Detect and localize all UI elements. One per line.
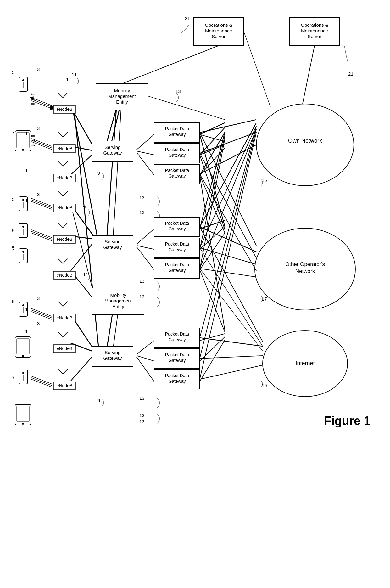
svg-text:Maintenance: Maintenance bbox=[205, 28, 232, 33]
svg-text:19: 19 bbox=[262, 383, 267, 388]
svg-text:Packet Data: Packet Data bbox=[165, 262, 189, 267]
svg-text:1: 1 bbox=[25, 307, 28, 312]
svg-text:13: 13 bbox=[139, 195, 145, 200]
svg-text:3: 3 bbox=[37, 66, 40, 72]
svg-text:eNodeB: eNodeB bbox=[57, 175, 73, 180]
svg-text:13: 13 bbox=[176, 88, 181, 94]
svg-text:Gateway: Gateway bbox=[103, 245, 122, 250]
svg-text:7: 7 bbox=[12, 375, 14, 380]
svg-text:eNodeB: eNodeB bbox=[57, 346, 73, 351]
svg-text:Packet Data: Packet Data bbox=[165, 126, 189, 131]
svg-text:eNodeB: eNodeB bbox=[57, 237, 73, 242]
svg-point-105 bbox=[256, 104, 354, 186]
svg-text:Gateway: Gateway bbox=[168, 247, 186, 252]
svg-text:Packet Data: Packet Data bbox=[165, 373, 189, 378]
svg-text:9: 9 bbox=[98, 398, 100, 403]
svg-text:Gateway: Gateway bbox=[168, 358, 186, 363]
svg-text:eNodeB: eNodeB bbox=[57, 205, 73, 210]
svg-text:7: 7 bbox=[12, 129, 14, 135]
svg-text:Packet Data: Packet Data bbox=[165, 147, 189, 152]
svg-rect-230 bbox=[17, 406, 29, 422]
svg-text:Entity: Entity bbox=[116, 99, 128, 105]
svg-text:13: 13 bbox=[139, 278, 145, 284]
svg-point-225 bbox=[22, 149, 24, 151]
svg-text:eNodeB: eNodeB bbox=[57, 315, 73, 320]
network-diagram-svg: Operations & Maintenance Server Operatio… bbox=[0, 0, 390, 588]
svg-text:3: 3 bbox=[37, 296, 40, 301]
svg-text:Packet Data: Packet Data bbox=[165, 352, 189, 357]
figure-label: Figure 1 bbox=[324, 414, 370, 427]
svg-text:Packet Data: Packet Data bbox=[165, 221, 189, 226]
svg-point-209 bbox=[22, 199, 24, 201]
svg-text:5: 5 bbox=[12, 196, 14, 202]
svg-point-231 bbox=[22, 423, 24, 425]
svg-text:Server: Server bbox=[308, 34, 321, 39]
svg-text:13: 13 bbox=[139, 294, 145, 299]
svg-text:Other Operator's: Other Operator's bbox=[285, 261, 325, 267]
svg-text:Operations &: Operations & bbox=[205, 22, 232, 28]
svg-text:eNodeB: eNodeB bbox=[57, 383, 73, 388]
svg-text:1: 1 bbox=[66, 77, 69, 82]
diagram: Operations & Maintenance Server Operatio… bbox=[0, 0, 390, 588]
svg-point-212 bbox=[22, 226, 24, 228]
svg-text:Serving: Serving bbox=[105, 350, 121, 355]
svg-text:3: 3 bbox=[37, 126, 40, 131]
svg-text:21: 21 bbox=[348, 71, 354, 76]
svg-text:Gateway: Gateway bbox=[168, 173, 186, 178]
svg-text:Maintenance: Maintenance bbox=[301, 28, 328, 33]
svg-text:⇒: ⇒ bbox=[31, 101, 35, 106]
svg-text:Gateway: Gateway bbox=[168, 268, 186, 273]
svg-text:3: 3 bbox=[37, 192, 40, 197]
svg-text:eNodeB: eNodeB bbox=[57, 107, 73, 112]
svg-text:Packet Data: Packet Data bbox=[165, 331, 189, 336]
svg-text:13: 13 bbox=[139, 210, 145, 215]
svg-point-221 bbox=[22, 372, 24, 374]
svg-text:5: 5 bbox=[12, 299, 14, 304]
svg-text:Operations &: Operations & bbox=[301, 22, 328, 28]
svg-text:21: 21 bbox=[184, 16, 190, 21]
svg-text:Own Network: Own Network bbox=[288, 138, 322, 144]
svg-text:1: 1 bbox=[25, 168, 28, 173]
svg-text:1: 1 bbox=[25, 198, 28, 203]
svg-text:Gateway: Gateway bbox=[168, 153, 186, 158]
svg-text:11: 11 bbox=[83, 272, 88, 277]
svg-text:Internet: Internet bbox=[295, 360, 315, 366]
svg-rect-227 bbox=[17, 338, 29, 354]
svg-text:Gateway: Gateway bbox=[103, 150, 122, 155]
svg-point-215 bbox=[22, 251, 24, 253]
svg-text:Serving: Serving bbox=[105, 239, 121, 244]
svg-text:3: 3 bbox=[37, 321, 40, 326]
svg-text:Management: Management bbox=[108, 93, 136, 99]
svg-text:9: 9 bbox=[83, 204, 86, 210]
svg-text:Mobility: Mobility bbox=[110, 292, 126, 298]
svg-text:13: 13 bbox=[139, 413, 145, 418]
svg-text:5: 5 bbox=[12, 228, 14, 233]
svg-text:1: 1 bbox=[25, 131, 28, 136]
svg-text:eNodeB: eNodeB bbox=[57, 273, 73, 278]
svg-text:Network: Network bbox=[295, 268, 315, 274]
svg-point-228 bbox=[22, 355, 24, 357]
svg-text:eNodeB: eNodeB bbox=[57, 146, 73, 151]
svg-text:Gateway: Gateway bbox=[168, 337, 186, 342]
svg-text:Management: Management bbox=[104, 298, 132, 303]
svg-text:17: 17 bbox=[262, 296, 267, 302]
svg-text:15: 15 bbox=[262, 178, 267, 183]
svg-text:Mobility: Mobility bbox=[114, 88, 130, 93]
svg-text:Gateway: Gateway bbox=[103, 355, 122, 361]
svg-text:9: 9 bbox=[98, 170, 100, 176]
svg-text:Gateway: Gateway bbox=[168, 226, 186, 231]
svg-text:Gateway: Gateway bbox=[168, 132, 186, 137]
svg-text:Packet Data: Packet Data bbox=[165, 241, 189, 246]
svg-text:5: 5 bbox=[12, 70, 14, 75]
svg-text:5: 5 bbox=[12, 245, 14, 251]
svg-text:⇒: ⇒ bbox=[31, 143, 35, 148]
svg-point-218 bbox=[22, 304, 24, 306]
svg-text:11: 11 bbox=[72, 72, 77, 77]
svg-text:Gateway: Gateway bbox=[168, 379, 186, 384]
svg-text:13: 13 bbox=[139, 419, 145, 424]
svg-text:13: 13 bbox=[139, 395, 145, 401]
svg-text:Entity: Entity bbox=[112, 304, 124, 309]
svg-text:Packet Data: Packet Data bbox=[165, 168, 189, 173]
svg-text:Server: Server bbox=[212, 34, 226, 39]
svg-text:Serving: Serving bbox=[105, 144, 121, 150]
